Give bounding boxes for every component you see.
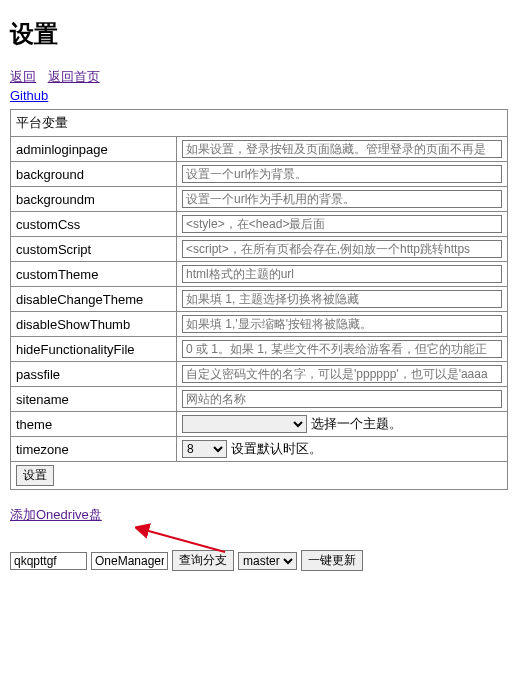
- setting-label: disableChangeTheme: [11, 287, 177, 312]
- branch-select[interactable]: master: [238, 552, 297, 570]
- theme-desc: 选择一个主题。: [311, 416, 402, 431]
- bottom-toolbar: 查询分支 master 一键更新: [10, 550, 509, 571]
- customscript-input[interactable]: [182, 240, 502, 258]
- backgroundm-input[interactable]: [182, 190, 502, 208]
- hidefunctionalityfile-input[interactable]: [182, 340, 502, 358]
- repo-input[interactable]: [10, 552, 87, 570]
- setting-label: timezone: [11, 437, 177, 462]
- page-title: 设置: [10, 18, 509, 50]
- disableshowthumb-input[interactable]: [182, 315, 502, 333]
- owner-input[interactable]: [91, 552, 168, 570]
- sitename-input[interactable]: [182, 390, 502, 408]
- setting-label: theme: [11, 412, 177, 437]
- customtheme-input[interactable]: [182, 265, 502, 283]
- svg-line-1: [145, 530, 225, 552]
- setting-label: passfile: [11, 362, 177, 387]
- background-input[interactable]: [182, 165, 502, 183]
- setting-label: customTheme: [11, 262, 177, 287]
- query-branch-button[interactable]: 查询分支: [172, 550, 234, 571]
- add-onedrive-link[interactable]: 添加Onedrive盘: [10, 506, 102, 524]
- home-link[interactable]: 返回首页: [48, 69, 100, 84]
- passfile-input[interactable]: [182, 365, 502, 383]
- submit-button[interactable]: 设置: [16, 465, 54, 486]
- setting-label: background: [11, 162, 177, 187]
- timezone-select[interactable]: 8: [182, 440, 227, 458]
- update-button[interactable]: 一键更新: [301, 550, 363, 571]
- setting-label: backgroundm: [11, 187, 177, 212]
- setting-label: hideFunctionalityFile: [11, 337, 177, 362]
- setting-label: customCss: [11, 212, 177, 237]
- settings-table: 平台变量 adminloginpage background backgroun…: [10, 109, 508, 490]
- timezone-desc: 设置默认时区。: [231, 441, 322, 456]
- back-link[interactable]: 返回: [10, 69, 36, 84]
- table-header: 平台变量: [11, 110, 508, 137]
- setting-label: customScript: [11, 237, 177, 262]
- disablechangetheme-input[interactable]: [182, 290, 502, 308]
- setting-label: sitename: [11, 387, 177, 412]
- setting-label: disableShowThumb: [11, 312, 177, 337]
- github-link[interactable]: Github: [10, 88, 48, 103]
- theme-select[interactable]: [182, 415, 307, 433]
- setting-label: adminloginpage: [11, 137, 177, 162]
- adminloginpage-input[interactable]: [182, 140, 502, 158]
- customcss-input[interactable]: [182, 215, 502, 233]
